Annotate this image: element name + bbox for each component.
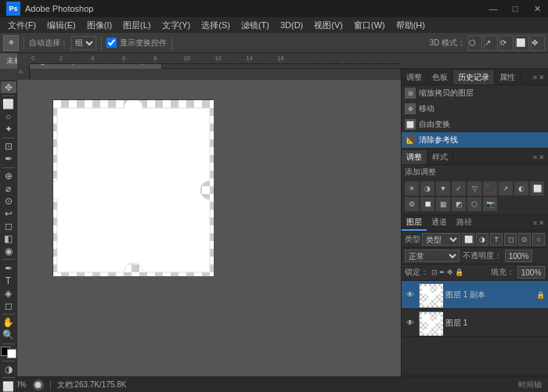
maximize-button[interactable]: □	[504, 0, 526, 17]
adj-bw[interactable]: ⬜	[530, 182, 544, 196]
canvas-area[interactable]	[17, 80, 401, 392]
adj-invert[interactable]: ◩	[452, 197, 466, 211]
fill-input[interactable]	[517, 266, 545, 279]
adjust-close-btn[interactable]: ✕	[539, 153, 545, 161]
tool-zoom[interactable]: 🔍	[1, 329, 16, 341]
adj-contrast[interactable]: ◑	[420, 182, 434, 196]
tool-hand[interactable]: ✋	[1, 317, 16, 329]
adj-color-balance[interactable]: ◐	[514, 182, 528, 196]
tab-adjust[interactable]: 调整	[402, 70, 427, 85]
menu-edit[interactable]: 编辑(E)	[42, 19, 81, 32]
tool-move[interactable]: ✥	[1, 81, 16, 93]
tool-options-icon[interactable]: ✥	[3, 35, 19, 51]
filter-shape-btn[interactable]: ◻	[504, 233, 517, 246]
tool-clone[interactable]: ⊙	[1, 195, 16, 207]
tool-screen-mode[interactable]: ⬜	[1, 380, 16, 392]
window-controls[interactable]: — □ ✕	[482, 0, 548, 17]
tool-quick-mask[interactable]: ◑	[1, 363, 16, 375]
filter-pixel-btn[interactable]: ⬜	[462, 233, 474, 246]
tab-layers[interactable]: 图层	[402, 215, 427, 231]
layer-item-1[interactable]: 👁 图层 1	[402, 309, 548, 337]
tool-shape[interactable]: ◻	[1, 300, 16, 311]
blend-mode-select[interactable]: 正常	[405, 250, 460, 262]
menu-help[interactable]: 帮助(H)	[391, 19, 430, 32]
filter-toggle-btn[interactable]: ○	[532, 233, 545, 246]
adjust-menu-btn[interactable]: ≡	[533, 153, 537, 161]
adj-curves[interactable]: ✓	[452, 182, 466, 196]
menu-file[interactable]: 文件(F)	[3, 19, 41, 32]
tool-pen[interactable]: ✒	[1, 262, 16, 274]
tool-lasso[interactable]: ○	[1, 111, 16, 123]
adj-photo-filter[interactable]: ⚙	[405, 197, 419, 211]
opacity-input[interactable]	[505, 250, 532, 262]
type-filter-select[interactable]: 类型	[422, 233, 460, 246]
adj-exposure[interactable]: ▽	[467, 182, 481, 196]
adj-threshold[interactable]: 📷	[483, 197, 497, 211]
tab-styles[interactable]: 样式	[427, 150, 453, 164]
auto-select-dropdown[interactable]: 组	[71, 36, 96, 50]
menu-layer[interactable]: 图层(L)	[118, 19, 155, 32]
tool-crop[interactable]: ⊡	[1, 141, 16, 153]
history-item-0[interactable]: ⊞ 缩放拷贝的图层	[402, 85, 548, 101]
menu-select[interactable]: 选择(S)	[196, 19, 235, 32]
layers-menu-btn[interactable]: ≡	[533, 219, 537, 227]
show-transform-checkbox[interactable]	[106, 38, 117, 48]
layer-eye-0[interactable]: 👁	[405, 290, 416, 300]
tool-heal[interactable]: ⊕	[1, 170, 16, 182]
menu-type[interactable]: 文字(Y)	[157, 19, 196, 32]
layer-eye-1[interactable]: 👁	[405, 318, 416, 329]
menu-image[interactable]: 图像(I)	[82, 19, 117, 32]
background-color[interactable]	[7, 349, 16, 358]
close-button[interactable]: ✕	[526, 0, 548, 17]
tab-swatches[interactable]: 色板	[427, 70, 453, 85]
adj-color-lookup[interactable]: ▦	[436, 197, 450, 211]
layer-item-0[interactable]: 👁 图层 1	[402, 281, 548, 309]
adj-brightness[interactable]: ☀	[405, 182, 419, 196]
menu-view[interactable]: 视图(V)	[309, 19, 348, 32]
foreground-background-color[interactable]	[1, 347, 16, 358]
tab-channels[interactable]: 通道	[427, 215, 452, 231]
filter-smart-btn[interactable]: ⊙	[518, 233, 531, 246]
tool-marquee[interactable]: ⬜	[1, 99, 16, 110]
tool-history-brush[interactable]: ↩	[1, 207, 16, 219]
tool-eraser[interactable]: ◻	[1, 220, 16, 232]
panel-close-btn[interactable]: ✕	[539, 74, 545, 81]
3d-btn-4[interactable]: ⬜	[515, 35, 529, 51]
zoom-indicator[interactable]: ⬤	[33, 379, 44, 390]
3d-btn-3[interactable]: ⟳	[499, 35, 514, 51]
adj-channel-mixer[interactable]: 🔲	[420, 197, 434, 211]
history-item-2[interactable]: ⬜ 自由变换	[402, 117, 548, 132]
adj-levels[interactable]: ▼	[436, 182, 450, 196]
adj-hsl[interactable]: ↗	[499, 182, 513, 196]
minimize-button[interactable]: —	[482, 0, 504, 17]
tool-brush[interactable]: ⌀	[1, 182, 16, 194]
adj-vibrance[interactable]: ⬛	[483, 182, 497, 196]
menu-3d[interactable]: 3D(D)	[276, 20, 308, 31]
tab-paths[interactable]: 路径	[452, 215, 477, 231]
tool-gradient[interactable]: ◧	[1, 232, 16, 244]
3d-btn-5[interactable]: ✥	[531, 35, 545, 51]
tool-eyedropper[interactable]: ✒	[1, 153, 16, 165]
menu-filter[interactable]: 滤镜(T)	[236, 19, 274, 32]
layers-close-btn[interactable]: ✕	[539, 219, 545, 227]
3d-btn-2[interactable]: ↗	[484, 35, 498, 51]
lock-transparent-btn[interactable]: ⊡	[431, 268, 438, 276]
tool-path-select[interactable]: ◈	[1, 287, 16, 299]
panel-menu-btn[interactable]: ≡	[533, 74, 537, 81]
tool-text[interactable]: T	[1, 275, 16, 286]
filter-adjust-btn[interactable]: ◑	[476, 233, 489, 246]
lock-image-btn[interactable]: ✒	[439, 268, 445, 276]
lock-position-btn[interactable]: ✥	[447, 268, 453, 276]
tab-adjustments[interactable]: 调整	[402, 150, 427, 164]
3d-btn-1[interactable]: ⬡	[468, 35, 482, 51]
filter-type-btn[interactable]: T	[490, 233, 503, 246]
adj-posterize[interactable]: ⬡	[467, 197, 481, 211]
history-item-3[interactable]: 📐 清除参考线	[402, 132, 548, 148]
menu-window[interactable]: 窗口(W)	[349, 19, 390, 32]
history-item-1[interactable]: ✥ 移动	[402, 101, 548, 117]
tab-history[interactable]: 历史记录	[453, 70, 495, 85]
tool-dodge[interactable]: ◉	[1, 245, 16, 257]
tab-properties[interactable]: 属性	[495, 70, 521, 85]
lock-all-btn[interactable]: 🔒	[455, 268, 463, 276]
tool-magic-wand[interactable]: ✦	[1, 124, 16, 135]
